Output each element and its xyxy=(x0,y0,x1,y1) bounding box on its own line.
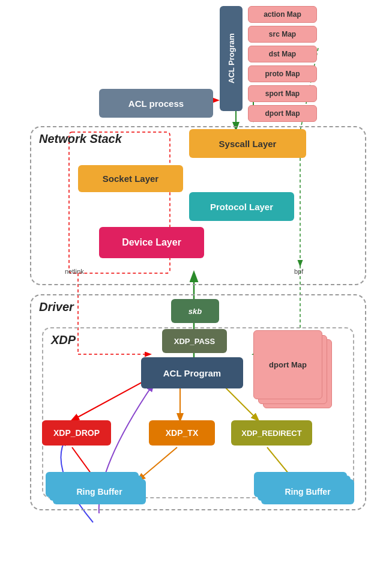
ring-buffer-right-box: Ring Buffer xyxy=(261,479,354,504)
device-layer-box: Device Layer xyxy=(99,227,204,258)
acl-process-box: ACL process xyxy=(99,89,213,118)
action-map-box: action Map xyxy=(248,6,317,23)
socket-layer-box: Socket Layer xyxy=(78,165,183,192)
dst-map-box: dst Map xyxy=(248,46,317,62)
ring-buffer-left-box: Ring Buffer xyxy=(53,479,146,504)
xdp-tx-box: XDP_TX xyxy=(149,420,215,446)
netlink-label: netlink xyxy=(65,268,84,275)
bpf-label: bpf xyxy=(294,268,303,275)
xdp-pass-box: XDP_PASS xyxy=(162,329,227,353)
skb-box: skb xyxy=(171,299,219,323)
proto-map-box: proto Map xyxy=(248,65,317,82)
xdp-redirect-box: XDP_REDIRECT xyxy=(231,420,312,446)
dport-map-bottom-box: dport Map xyxy=(253,330,322,399)
protocol-layer-box: Protocol Layer xyxy=(189,192,294,221)
driver-label: Driver xyxy=(39,300,74,314)
src-map-box: src Map xyxy=(248,26,317,43)
network-stack-label: Network Stack xyxy=(39,132,122,146)
syscall-layer-box: Syscall Layer xyxy=(189,129,306,158)
dport-map-top-box: dport Map xyxy=(248,105,317,122)
acl-program-top-box: ACL Program xyxy=(220,6,243,111)
diagram-container: Network Stack Driver XDP ACL Program act… xyxy=(0,0,392,577)
acl-program-bottom-box: ACL Program xyxy=(141,357,243,388)
sport-map-box: sport Map xyxy=(248,85,317,102)
xdp-label: XDP xyxy=(51,333,76,347)
xdp-drop-box: XDP_DROP xyxy=(42,420,111,446)
